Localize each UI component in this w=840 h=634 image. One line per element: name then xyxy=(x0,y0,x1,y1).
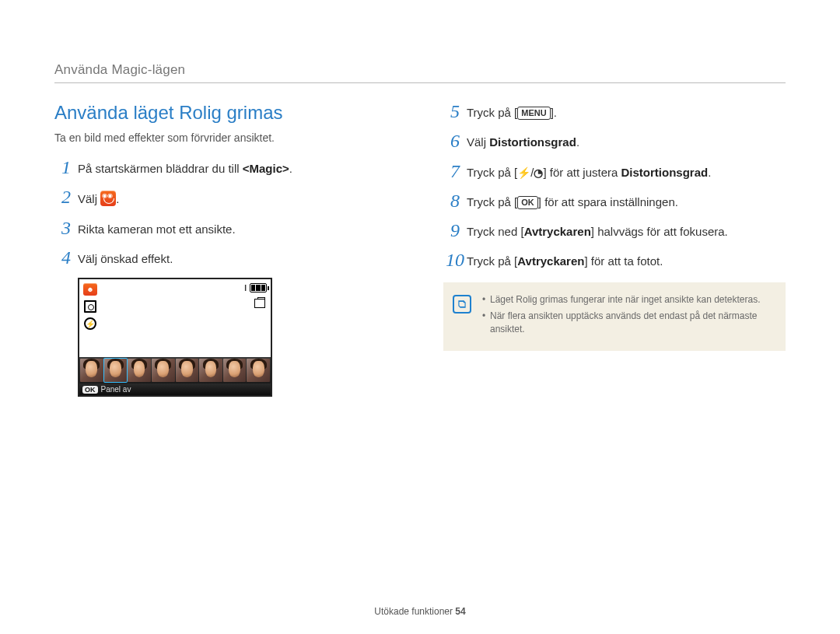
step-1-text: På startskärmen bläddrar du till <Magic>… xyxy=(78,158,292,177)
header-breadcrumb: Använda Magic-lägen xyxy=(54,62,786,78)
effect-thumb[interactable] xyxy=(223,359,247,382)
effect-thumb-selected[interactable] xyxy=(104,359,128,382)
flash-off-icon: ⚡ xyxy=(83,317,97,330)
steps-right: 5 Tryck på [MENU]. 6 Välj Distortionsgra… xyxy=(443,102,786,270)
note-bullet: När flera ansikten upptäcks används det … xyxy=(482,310,773,337)
menu-button-icon: MENU xyxy=(517,107,550,120)
ok-button-icon: OK xyxy=(517,196,538,209)
step-number: 9 xyxy=(443,221,467,240)
step-number: 3 xyxy=(54,219,78,237)
info-icon xyxy=(453,295,471,313)
steps-left: 1 På startskärmen bläddrar du till <Magi… xyxy=(54,158,397,267)
effect-thumb[interactable] xyxy=(176,359,199,382)
step-9-text: Tryck ned [Avtryckaren] halvvägs för att… xyxy=(467,221,728,240)
effect-thumbnail-strip xyxy=(79,357,271,384)
info-note: Läget Rolig grimas fungerar inte när ing… xyxy=(443,282,786,351)
focus-mode-icon xyxy=(83,300,97,313)
mode-icon: ☻ xyxy=(83,283,97,296)
step-2-text: Välj . xyxy=(78,187,119,207)
step-number: 6 xyxy=(443,131,467,150)
step-4-text: Välj önskad effekt. xyxy=(78,248,173,267)
step-3-text: Rikta kameran mot ett ansikte. xyxy=(78,219,236,237)
step-6-text: Välj Distortionsgrad. xyxy=(467,131,579,150)
step-number: 7 xyxy=(443,162,467,180)
effect-thumb[interactable] xyxy=(247,359,270,382)
right-column: 5 Tryck på [MENU]. 6 Välj Distortionsgra… xyxy=(443,102,786,397)
step-7-text: Tryck på [⚡/◔] för att justera Distortio… xyxy=(467,162,711,180)
effect-thumb[interactable] xyxy=(80,359,103,382)
page-footer: Utökade funktioner 54 xyxy=(0,606,840,617)
effect-thumb[interactable] xyxy=(199,359,222,382)
step-number: 2 xyxy=(54,187,78,206)
effect-thumb[interactable] xyxy=(152,359,175,382)
funny-face-mode-icon xyxy=(100,191,116,206)
step-10-text: Tryck på [Avtryckaren] för att ta fotot. xyxy=(467,250,663,269)
lcd-footer: OK Panel av xyxy=(79,384,271,395)
storage-icon xyxy=(253,297,267,310)
lcd-live-area: ☻ ⚡ I xyxy=(79,279,271,357)
camera-screen-preview: ☻ ⚡ I xyxy=(78,278,272,397)
flash-icon: ⚡ xyxy=(517,166,530,179)
page-header: Använda Magic-lägen xyxy=(54,62,786,83)
section-title: Använda läget Rolig grimas xyxy=(54,102,397,124)
battery-icon xyxy=(250,283,267,292)
step-number: 10 xyxy=(443,250,467,269)
step-8-text: Tryck på [OK] för att spara inställninge… xyxy=(467,191,678,210)
note-bullet: Läget Rolig grimas fungerar inte när ing… xyxy=(482,293,773,306)
section-lead: Ta en bild med effekter som förvrider an… xyxy=(54,131,397,144)
effect-thumb[interactable] xyxy=(128,359,151,382)
rec-indicator: I xyxy=(244,284,247,292)
step-number: 4 xyxy=(54,248,78,267)
timer-icon: ◔ xyxy=(534,166,543,179)
step-number: 8 xyxy=(443,191,467,210)
panel-off-label: Panel av xyxy=(101,385,131,394)
left-column: Använda läget Rolig grimas Ta en bild me… xyxy=(54,102,397,397)
page-number: 54 xyxy=(455,606,465,617)
step-number: 1 xyxy=(54,158,78,177)
step-5-text: Tryck på [MENU]. xyxy=(467,102,557,121)
ok-chip: OK xyxy=(82,386,98,394)
step-number: 5 xyxy=(443,102,467,121)
